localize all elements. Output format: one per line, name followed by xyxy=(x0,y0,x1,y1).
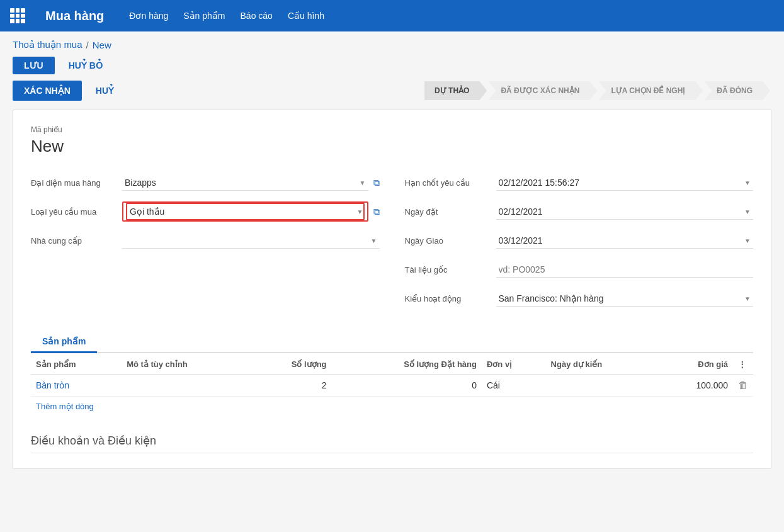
step-lua-chon[interactable]: LỰA CHỌN ĐỀ NGHỊ xyxy=(598,81,703,100)
cell-sl-dat-hang: 0 xyxy=(332,375,482,397)
ngay-dat-value-wrapper: 02/12/2021 xyxy=(496,204,754,220)
menu-bao-cao[interactable]: Báo cáo xyxy=(241,11,273,21)
ngay-dat-select-wrapper: 02/12/2021 xyxy=(496,204,754,220)
add-row-link[interactable]: Thêm một dòng xyxy=(31,397,99,416)
han-chot-value-wrapper: 02/12/2021 15:56:27 xyxy=(496,175,754,191)
ma-phieu-value: New xyxy=(31,137,753,156)
col-don-gia: Đơn giá xyxy=(657,353,733,375)
nha-cung-cap-select[interactable] xyxy=(122,233,380,249)
dai-dien-label: Đại diện mua hàng xyxy=(31,178,122,188)
form-left-section: Đại diện mua hàng Bizapps ⧉ Loại yêu cầu… xyxy=(31,171,380,316)
kieu-hd-select[interactable]: San Francisco: Nhận hàng xyxy=(496,291,754,307)
col-ngay-du-kien: Ngày dự kiến xyxy=(546,353,657,375)
ma-phieu-label: Mã phiếu xyxy=(31,125,753,134)
product-table: Sản phẩm Mô tả tùy chỉnh Số lượng Số lượ… xyxy=(31,353,753,397)
col-don-vi: Đơn vị xyxy=(482,353,546,375)
menu-san-pham[interactable]: Sản phẩm xyxy=(183,11,225,21)
workflow-cancel-button[interactable]: HUỶ xyxy=(87,81,123,101)
loai-yc-select[interactable]: Gọi thầu xyxy=(126,203,365,220)
loai-yc-label: Loại yêu cầu mua xyxy=(31,207,122,217)
han-chot-select-wrapper: 02/12/2021 15:56:27 xyxy=(496,175,754,191)
nha-cung-cap-value-wrapper xyxy=(122,233,380,249)
cell-ngay-du-kien xyxy=(546,375,657,397)
table-header-row: Sản phẩm Mô tả tùy chỉnh Số lượng Số lượ… xyxy=(31,353,753,375)
breadcrumb-separator: / xyxy=(86,40,89,50)
step-da-xac-nhan[interactable]: ĐÃ ĐƯỢC XÁC NHẬN xyxy=(488,81,597,100)
toolbar: LƯU HUỶ BỎ xyxy=(13,57,771,74)
kieu-hd-label: Kiểu hoạt động xyxy=(405,294,496,303)
ngay-giao-value-wrapper: 03/12/2021 xyxy=(496,233,754,249)
top-navigation: Mua hàng Đơn hàng Sản phẩm Báo cáo Cấu h… xyxy=(0,0,784,31)
cancel-button[interactable]: HUỶ BỎ xyxy=(60,57,111,74)
section-title-bottom: Điều khoản và Điều kiện xyxy=(31,434,753,453)
col-mo-ta: Mô tả tùy chỉnh xyxy=(122,353,250,375)
col-so-luong: Số lượng xyxy=(250,353,332,375)
save-button[interactable]: LƯU xyxy=(13,57,55,74)
nha-cung-cap-row: Nhà cung cấp xyxy=(31,229,380,252)
ngay-dat-row: Ngày đặt 02/12/2021 xyxy=(405,200,754,223)
dai-dien-ext-link[interactable]: ⧉ xyxy=(373,178,380,188)
dai-dien-select-wrapper: Bizapps xyxy=(122,175,368,191)
workflow-actions: XÁC NHẬN HUỶ xyxy=(13,81,424,101)
dai-dien-select[interactable]: Bizapps xyxy=(122,175,368,191)
loai-yc-row: Loại yêu cầu mua Gọi thầu ⧉ xyxy=(31,200,380,223)
tab-san-pham[interactable]: Sản phẩm xyxy=(31,331,97,353)
dai-dien-value-wrapper: Bizapps ⧉ xyxy=(122,175,380,191)
ngay-dat-label: Ngày đặt xyxy=(405,207,496,217)
step-da-dong[interactable]: ĐÃ ĐÓNG xyxy=(704,81,770,100)
tai-lieu-input[interactable] xyxy=(496,262,754,278)
cell-don-vi: Cái xyxy=(482,375,546,397)
ngay-dat-select[interactable]: 02/12/2021 xyxy=(496,204,754,220)
cell-delete: 🗑 xyxy=(733,375,753,397)
page-content: Thoả thuận mua / New LƯU HUỶ BỎ XÁC NHẬN… xyxy=(0,31,784,477)
ngay-giao-select-wrapper: 03/12/2021 xyxy=(496,233,754,249)
col-san-pham: Sản phẩm xyxy=(31,353,122,375)
form-fields-grid: Đại diện mua hàng Bizapps ⧉ Loại yêu cầu… xyxy=(31,171,753,316)
ngay-giao-select[interactable]: 03/12/2021 xyxy=(496,233,754,249)
cell-don-gia: 100.000 xyxy=(657,375,733,397)
kieu-hd-row: Kiểu hoạt động San Francisco: Nhận hàng xyxy=(405,287,754,310)
delete-row-icon[interactable]: 🗑 xyxy=(738,380,748,390)
menu-cau-hinh[interactable]: Cấu hình xyxy=(288,11,324,21)
table-row: Bàn tròn 2 0 Cái 100.000 🗑 xyxy=(31,375,753,397)
workflow-bar: XÁC NHẬN HUỶ DỰ THẢO ĐÃ ĐƯỢC XÁC NHẬN LỰ… xyxy=(13,81,771,101)
han-chot-label: Hạn chốt yêu cầu xyxy=(405,178,496,188)
form-right-section: Hạn chốt yêu cầu 02/12/2021 15:56:27 Ngà… xyxy=(405,171,754,316)
breadcrumb-current: New xyxy=(93,40,111,50)
loai-yc-value-wrapper: Gọi thầu ⧉ xyxy=(122,201,380,222)
app-logo[interactable] xyxy=(10,8,25,23)
cell-mo-ta xyxy=(122,375,250,397)
form-card: Mã phiếu New Đại diện mua hàng Bizapps ⧉ xyxy=(13,110,771,469)
col-sl-dat-hang: Số lượng Đặt hàng xyxy=(332,353,482,375)
step-du-thao[interactable]: DỰ THẢO xyxy=(424,81,487,100)
tabs-bar: Sản phẩm xyxy=(31,331,753,353)
kieu-hd-select-wrapper: San Francisco: Nhận hàng xyxy=(496,291,754,307)
cell-san-pham: Bàn tròn xyxy=(31,375,122,397)
dai-dien-row: Đại diện mua hàng Bizapps ⧉ xyxy=(31,171,380,194)
ngay-giao-row: Ngày Giao 03/12/2021 xyxy=(405,229,754,252)
status-steps: DỰ THẢO ĐÃ ĐƯỢC XÁC NHẬN LỰA CHỌN ĐỀ NGH… xyxy=(424,81,771,100)
cell-so-luong: 2 xyxy=(250,375,332,397)
han-chot-row: Hạn chốt yêu cầu 02/12/2021 15:56:27 xyxy=(405,171,754,194)
app-title: Mua hàng xyxy=(45,9,104,23)
col-actions: ⋮ xyxy=(733,353,753,375)
top-menu: Đơn hàng Sản phẩm Báo cáo Cấu hình xyxy=(129,11,324,21)
tai-lieu-row: Tài liệu gốc xyxy=(405,258,754,281)
han-chot-select[interactable]: 02/12/2021 15:56:27 xyxy=(496,175,754,191)
ngay-giao-label: Ngày Giao xyxy=(405,236,496,246)
menu-don-hang[interactable]: Đơn hàng xyxy=(129,11,168,21)
kieu-hd-value-wrapper: San Francisco: Nhận hàng xyxy=(496,291,754,307)
nha-cung-cap-select-wrapper xyxy=(122,233,380,249)
breadcrumb-parent[interactable]: Thoả thuận mua xyxy=(13,39,82,50)
san-pham-link[interactable]: Bàn tròn xyxy=(36,380,69,390)
tai-lieu-value-wrapper xyxy=(496,262,754,278)
loai-yc-select-wrapper: Gọi thầu xyxy=(122,201,368,222)
loai-yc-ext-link[interactable]: ⧉ xyxy=(373,207,380,217)
confirm-button[interactable]: XÁC NHẬN xyxy=(13,81,82,101)
nha-cung-cap-label: Nhà cung cấp xyxy=(31,236,122,246)
tai-lieu-label: Tài liệu gốc xyxy=(405,265,496,274)
breadcrumb: Thoả thuận mua / New xyxy=(13,39,771,50)
